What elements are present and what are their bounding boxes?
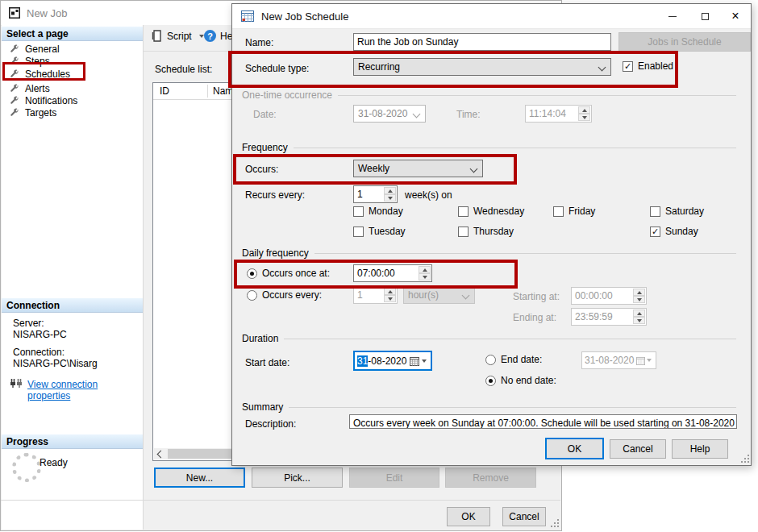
occurs-every-spinner[interactable]: 1	[353, 286, 398, 304]
occurs-once-time-spinner[interactable]: 07:00:00	[353, 264, 432, 282]
hours-unit-combo[interactable]: hour(s)	[403, 286, 475, 304]
window-ok-button[interactable]: OK	[447, 507, 490, 526]
one-time-date-combo[interactable]: 31-08-2020	[353, 105, 426, 123]
enabled-label: Enabled	[638, 60, 673, 72]
screenshot-root: { "colors": { "accent": "#0078d7", "anno…	[0, 0, 758, 532]
server-label: Server:	[13, 318, 44, 329]
column-header-id[interactable]: ID	[160, 85, 169, 97]
spinner-buttons[interactable]	[384, 288, 396, 302]
sunday-checkbox[interactable]: ✓ Sunday	[650, 226, 698, 237]
pick-button[interactable]: Pick...	[252, 468, 343, 488]
sidebar-item-label: Schedules	[25, 69, 70, 80]
minimize-icon	[668, 16, 677, 17]
dialog-cancel-button[interactable]: Cancel	[610, 439, 666, 459]
scroll-left-button[interactable]	[154, 448, 167, 459]
monday-checkbox[interactable]: Monday	[353, 206, 403, 217]
new-button[interactable]: New...	[154, 468, 245, 488]
friday-label: Friday	[568, 206, 595, 217]
dialog-ok-button[interactable]: OK	[545, 438, 604, 459]
chevron-down-icon	[470, 165, 478, 173]
sidebar: Select a page General Steps Schedules Al…	[2, 25, 144, 530]
checkbox-icon	[553, 206, 564, 217]
one-time-time-spinner[interactable]: 11:14:04	[525, 105, 592, 123]
wrench-icon	[9, 69, 19, 79]
dialog-titlebar[interactable]: New Job Schedule ×	[232, 4, 751, 29]
dialog-help-button[interactable]: Help	[672, 439, 728, 459]
no-end-date-radio[interactable]: No end date:	[485, 375, 556, 386]
spinner-buttons[interactable]	[633, 310, 645, 324]
dialog-resize-grip[interactable]	[744, 458, 746, 459]
checkbox-checked-icon: ✓	[623, 61, 633, 72]
sidebar-item-general[interactable]: General	[9, 43, 60, 55]
sidebar-item-targets[interactable]: Targets	[9, 106, 56, 118]
occurs-combo[interactable]: Weekly	[353, 160, 483, 177]
select-a-page-header: Select a page	[2, 27, 143, 41]
sidebar-item-label: General	[25, 44, 60, 55]
end-date-picker[interactable]: 31-08-2020	[581, 351, 656, 369]
name-input[interactable]	[353, 33, 611, 51]
schedule-dialog-icon	[241, 10, 255, 23]
ending-at-spinner[interactable]: 23:59:59	[571, 308, 647, 326]
name-label: Name:	[245, 37, 273, 48]
date-label: Date:	[253, 109, 277, 120]
script-button[interactable]: Script	[152, 30, 204, 42]
frequency-group-header: Frequency	[242, 142, 736, 153]
end-date-radio[interactable]: End date:	[485, 354, 542, 365]
monday-label: Monday	[369, 206, 403, 217]
edit-button[interactable]: Edit	[349, 468, 439, 488]
tuesday-checkbox[interactable]: Tuesday	[353, 226, 406, 237]
sunday-label: Sunday	[665, 226, 698, 237]
jobs-in-schedule-button[interactable]: Jobs in Schedule	[618, 32, 751, 52]
wednesday-checkbox[interactable]: Wednesday	[458, 206, 524, 217]
start-date-picker[interactable]: 31 -08-2020	[353, 351, 432, 371]
close-button[interactable]: ×	[722, 5, 749, 27]
friday-checkbox[interactable]: Friday	[553, 206, 595, 217]
one-time-group-header: One-time occurrence	[242, 89, 736, 101]
script-dropdown-icon	[199, 35, 204, 38]
wrench-icon	[9, 56, 19, 66]
start-date-selected-part: 31	[357, 355, 368, 367]
spinner-buttons[interactable]	[578, 106, 590, 121]
duration-group-header: Duration	[242, 333, 736, 344]
wrench-icon	[9, 107, 19, 118]
thursday-checkbox[interactable]: Thursday	[458, 226, 514, 237]
tuesday-label: Tuesday	[369, 226, 406, 237]
progress-status: Ready	[40, 457, 68, 468]
window-cancel-button[interactable]: Cancel	[502, 507, 546, 526]
schedule-type-value: Recurring	[358, 61, 400, 73]
sidebar-item-alerts[interactable]: Alerts	[9, 82, 50, 94]
view-connection-properties-link[interactable]: View connection properties	[27, 379, 143, 401]
wrench-icon	[9, 83, 19, 94]
end-date-label: End date:	[501, 354, 542, 365]
maximize-button[interactable]	[691, 5, 718, 27]
one-time-date-value: 31-08-2020	[358, 108, 407, 119]
sidebar-item-notifications[interactable]: Notifications	[9, 94, 77, 106]
sidebar-item-schedules[interactable]: Schedules	[9, 68, 70, 80]
schedule-list-label: Schedule list:	[155, 64, 212, 75]
enabled-checkbox[interactable]: ✓ Enabled	[623, 60, 673, 72]
column-divider	[207, 85, 208, 98]
daily-frequency-group-header: Daily frequency	[242, 247, 736, 259]
spinner-buttons[interactable]	[633, 289, 645, 303]
recurs-every-spinner[interactable]: 1	[353, 185, 398, 203]
checkbox-checked-icon: ✓	[650, 227, 660, 237]
spinner-buttons[interactable]	[384, 187, 396, 202]
close-icon: ×	[731, 9, 739, 23]
starting-at-spinner[interactable]: 00:00:00	[571, 287, 647, 305]
occurs-once-radio[interactable]: Occurs once at:	[247, 268, 330, 279]
connection-properties-icon	[10, 378, 23, 389]
checkbox-icon	[650, 206, 660, 217]
spinner-buttons[interactable]	[419, 266, 431, 281]
saturday-checkbox[interactable]: Saturday	[650, 206, 704, 217]
footer-divider	[1, 500, 560, 501]
description-textbox[interactable]: Occurs every week on Sunday at 07:00:00.…	[349, 414, 737, 429]
remove-button[interactable]: Remove	[445, 468, 536, 488]
sidebar-item-steps[interactable]: Steps	[9, 55, 50, 67]
window-resize-grip[interactable]	[554, 522, 556, 524]
dropdown-arrow-icon	[647, 359, 652, 362]
server-value: NISARG-PC	[13, 329, 67, 340]
minimize-button[interactable]	[659, 5, 686, 27]
connection-value: NISARG-PC\Nisarg	[13, 358, 98, 369]
schedule-type-combo[interactable]: Recurring	[353, 58, 611, 76]
occurs-every-radio[interactable]: Occurs every:	[247, 289, 322, 301]
